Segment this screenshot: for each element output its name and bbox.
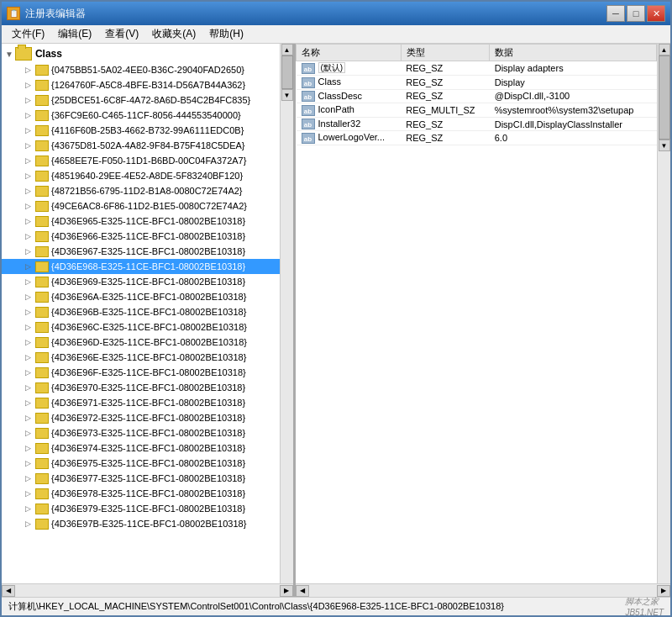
tree-item[interactable]: ▷{4D36E972-E325-11CE-BFC1-08002BE10318}	[2, 410, 280, 425]
maximize-button[interactable]: □	[627, 5, 645, 22]
folder-icon	[35, 65, 49, 76]
folder-icon	[35, 428, 49, 439]
tree-expand-icon: ▷	[22, 367, 34, 378]
tree-item[interactable]: ▷{4D36E977-E325-11CE-BFC1-08002BE10318}	[2, 471, 280, 486]
tree-item[interactable]: ▷{4D36E967-E325-11CE-BFC1-08002BE10318}	[2, 244, 280, 259]
minimize-button[interactable]: ─	[606, 5, 625, 22]
tree-item[interactable]: ▷{4D36E974-E325-11CE-BFC1-08002BE10318}	[2, 440, 280, 456]
tree-item[interactable]: ▷{4D36E971-E325-11CE-BFC1-08002BE10318}	[2, 395, 280, 410]
tree-expand-icon: ▷	[22, 291, 34, 303]
menu-help[interactable]: 帮助(H)	[202, 25, 250, 43]
tree-scroll-thumb[interactable]	[281, 55, 293, 89]
tree-item[interactable]: ▷{4D36E966-E325-11CE-BFC1-08002BE10318}	[2, 229, 280, 244]
tree-item[interactable]: ▷{25DBCE51-6C8F-4A72-8A6D-B54C2B4FC835}	[2, 92, 280, 108]
tree-item[interactable]: ▷{4D36E973-E325-11CE-BFC1-08002BE10318}	[2, 425, 280, 440]
tree-scrollbar-track[interactable]: ▲ ▼	[280, 44, 293, 583]
tree-item[interactable]: ▷{4D36E979-E325-11CE-BFC1-08002BE10318}	[2, 501, 280, 516]
tree-item[interactable]: ▷{4D36E96E-E325-11CE-BFC1-08002BE10318}	[2, 350, 280, 365]
tree-scroll-up[interactable]: ▲	[281, 44, 293, 55]
menu-file[interactable]: 文件(F)	[5, 25, 51, 43]
values-scroll-right[interactable]: ▶	[657, 585, 670, 597]
tree-expand-icon: ▷	[22, 79, 34, 91]
value-name-cell: abClassDesc	[297, 89, 402, 103]
tree-scroll-right[interactable]: ▶	[280, 585, 293, 597]
value-name-cell: ab(默认)	[297, 61, 402, 76]
value-name-label: (默认)	[318, 62, 346, 73]
tree-item-label: {48519640-29EE-4E52-A8DE-5F83240BF120}	[51, 171, 243, 181]
folder-icon	[35, 307, 49, 318]
tree-item[interactable]: ▷{1264760F-A5C8-4BFE-B314-D56A7B44A362}	[2, 77, 280, 92]
tree-expand-icon: ▷	[22, 215, 34, 227]
values-header-row: 名称 类型 数据	[297, 45, 657, 61]
folder-icon	[35, 110, 49, 121]
values-scroll-left[interactable]: ◀	[296, 585, 309, 597]
tree-item-label: {48721B56-6795-11D2-B1A8-0080C72E74A2}	[51, 186, 243, 196]
value-name-cell: abClass	[297, 76, 402, 90]
value-type-cell: REG_SZ	[401, 61, 489, 76]
tree-item[interactable]: ▷{4D36E96B-E325-11CE-BFC1-08002BE10318}	[2, 304, 280, 319]
tree-item[interactable]: ▷{4D36E96C-E325-11CE-BFC1-08002BE10318}	[2, 319, 280, 335]
tree-item[interactable]: ▷{0475BB51-5A02-4EE0-B36C-29040FAD2650}	[2, 62, 280, 77]
tree-item-label: {4116F60B-25B3-4662-B732-99A6111EDC0B}	[51, 125, 244, 135]
folder-icon	[35, 473, 49, 484]
tree-item[interactable]: ▷{48519640-29EE-4E52-A8DE-5F83240BF120}	[2, 168, 280, 183]
tree-expand-icon: ▷	[22, 457, 34, 469]
folder-icon	[35, 322, 49, 333]
tree-item[interactable]: ▷{4116F60B-25B3-4662-B732-99A6111EDC0B}	[2, 123, 280, 138]
table-row[interactable]: abInstaller32REG_SZDispCI.dll,DisplayCla…	[297, 117, 657, 131]
tree-item-label: {4D36E96E-E325-11CE-BFC1-08002BE10318}	[51, 352, 246, 362]
close-button[interactable]: ✕	[647, 5, 665, 22]
tree-item[interactable]: ▷{43675D81-502A-4A82-9F84-B75F418C5DEA}	[2, 138, 280, 153]
col-type[interactable]: 类型	[401, 45, 489, 61]
values-scroll-thumb[interactable]	[659, 55, 670, 140]
tree-item[interactable]: ▷{36FC9E60-C465-11CF-8056-444553540000}	[2, 108, 280, 123]
tree-item[interactable]: ▷{4D36E969-E325-11CE-BFC1-08002BE10318}	[2, 274, 280, 289]
tree-item[interactable]: ▷{4D36E965-E325-11CE-BFC1-08002BE10318}	[2, 214, 280, 229]
col-data[interactable]: 数据	[490, 45, 657, 61]
tree-item[interactable]: ▷{48721B56-6795-11D2-B1A8-0080C72E74A2}	[2, 183, 280, 198]
tree-item[interactable]: ▷{4D36E978-E325-11CE-BFC1-08002BE10318}	[2, 486, 280, 501]
tree-item[interactable]: ▷{4D36E970-E325-11CE-BFC1-08002BE10318}	[2, 380, 280, 395]
tree-content[interactable]: ▼ Class ▷{0475BB51-5A02-4EE0-B36C-29040F…	[2, 44, 280, 583]
table-row[interactable]: abIconPathREG_MULTI_SZ%systemroot%\syste…	[297, 103, 657, 118]
value-type-cell: REG_SZ	[401, 117, 489, 131]
tree-item[interactable]: ▷{4658EE7E-F050-11D1-B6BD-00C04FA372A7}	[2, 153, 280, 168]
tree-item-label: {4D36E966-E325-11CE-BFC1-08002BE10318}	[51, 231, 245, 241]
table-row[interactable]: abClassREG_SZDisplay	[297, 76, 657, 90]
tree-scroll-down[interactable]: ▼	[281, 89, 293, 101]
menu-view[interactable]: 查看(V)	[98, 25, 145, 43]
tree-item-label: {4D36E979-E325-11CE-BFC1-08002BE10318}	[51, 504, 245, 514]
menu-favorites[interactable]: 收藏夹(A)	[145, 25, 202, 43]
tree-item[interactable]: ▷{49CE6AC8-6F86-11D2-B1E5-0080C72E74A2}	[2, 198, 280, 214]
tree-item[interactable]: ▷{4D36E96A-E325-11CE-BFC1-08002BE10318}	[2, 289, 280, 304]
tree-item-label: {4D36E974-E325-11CE-BFC1-08002BE10318}	[51, 443, 245, 453]
values-scrollbar-track[interactable]: ▲ ▼	[657, 44, 670, 583]
tree-item[interactable]: ▷{4D36E97B-E325-11CE-BFC1-08002BE10318}	[2, 516, 280, 531]
tree-item-label: {4D36E96A-E325-11CE-BFC1-08002BE10318}	[51, 292, 246, 302]
folder-icon	[35, 261, 49, 272]
col-name[interactable]: 名称	[297, 45, 402, 61]
folder-icon	[35, 398, 49, 409]
tree-expand-icon: ▷	[22, 276, 34, 287]
tree-h-scrollbar[interactable]: ◀ ▶	[2, 583, 293, 597]
folder-icon	[35, 277, 49, 287]
values-scroll-up[interactable]: ▲	[659, 44, 670, 55]
tree-scroll-left[interactable]: ◀	[2, 585, 15, 597]
table-row[interactable]: abLowerLogoVer...REG_SZ6.0	[297, 131, 657, 145]
tree-item[interactable]: ▷{4D36E96D-E325-11CE-BFC1-08002BE10318}	[2, 335, 280, 350]
tree-root-item[interactable]: ▼ Class	[2, 45, 280, 62]
tree-item[interactable]: ▷{4D36E975-E325-11CE-BFC1-08002BE10318}	[2, 456, 280, 471]
tree-item[interactable]: ▷{4D36E968-E325-11CE-BFC1-08002BE10318}	[2, 259, 280, 274]
values-scroll-down[interactable]: ▼	[659, 140, 670, 151]
folder-icon	[35, 140, 49, 151]
titlebar: 📋 注册表编辑器 ─ □ ✕	[2, 2, 670, 25]
values-content[interactable]: 名称 类型 数据 ab(默认)REG_SZDisplay adaptersabC…	[296, 44, 657, 583]
folder-icon	[35, 504, 49, 514]
table-row[interactable]: abClassDescREG_SZ@DispCI.dll,-3100	[297, 89, 657, 103]
tree-item[interactable]: ▷{4D36E96F-E325-11CE-BFC1-08002BE10318}	[2, 365, 280, 380]
folder-icon	[35, 156, 49, 166]
values-h-scrollbar[interactable]: ◀ ▶	[296, 583, 670, 597]
menu-edit[interactable]: 编辑(E)	[51, 25, 98, 43]
folder-icon	[35, 458, 49, 469]
table-row[interactable]: ab(默认)REG_SZDisplay adapters	[297, 61, 657, 76]
